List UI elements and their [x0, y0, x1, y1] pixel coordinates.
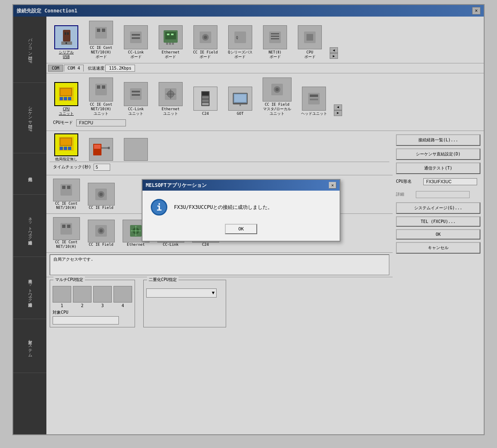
dialog-title-bar: MELSOFTアプリケーション × [142, 180, 340, 191]
dialog-message: FX3U/FX3UCCPUとの接続に成功しました。 [174, 204, 273, 211]
main-window: 接続先設定 Connection1 × パソコン側 I/F シーケンサ側 I/F… [12, 4, 485, 435]
dialog-overlay: MELSOFTアプリケーション × i FX3U/FX3UCCPUとの接続に成功… [13, 5, 484, 434]
dialog-info-icon: i [151, 199, 167, 216]
dialog-close-button[interactable]: × [329, 182, 336, 189]
dialog-title: MELSOFTアプリケーション [146, 182, 207, 189]
melsoft-dialog: MELSOFTアプリケーション × i FX3U/FX3UCCPUとの接続に成功… [142, 179, 340, 242]
dialog-ok-button[interactable]: OK [225, 224, 257, 234]
dialog-content-row: i FX3U/FX3UCCPUとの接続に成功しました。 [151, 199, 331, 216]
dialog-body: i FX3U/FX3UCCPUとの接続に成功しました。 OK [142, 191, 340, 241]
